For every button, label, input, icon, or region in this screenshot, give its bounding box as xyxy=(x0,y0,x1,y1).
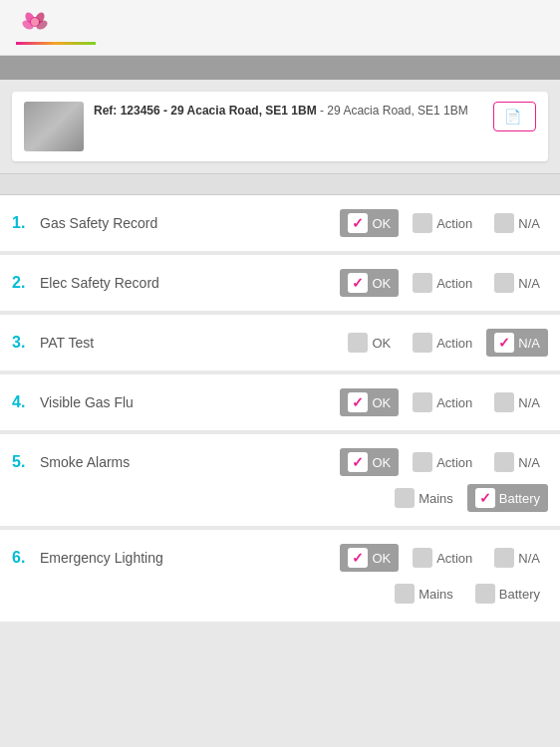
option-group: ✓OKActionN/A xyxy=(340,209,548,237)
option-btn-na[interactable]: N/A xyxy=(486,209,548,237)
option-btn-action[interactable]: Action xyxy=(405,448,480,476)
option-btn-action[interactable]: Action xyxy=(405,329,480,357)
sub-option-label-mains: Mains xyxy=(419,491,453,506)
sub-option-btn-mains[interactable]: Mains xyxy=(387,580,461,608)
option-btn-action[interactable]: Action xyxy=(405,544,480,572)
option-btn-ok[interactable]: ✓OK xyxy=(340,209,399,237)
item-label: Elec Safety Record xyxy=(40,275,340,291)
option-label-action: Action xyxy=(436,216,472,231)
checkbox-na xyxy=(494,548,514,568)
option-label-action: Action xyxy=(436,276,472,291)
app-header xyxy=(0,0,560,56)
report-icon: 📄 xyxy=(504,109,521,124)
option-label-action: Action xyxy=(436,395,472,410)
option-label-action: Action xyxy=(436,551,472,566)
option-label-ok: OK xyxy=(372,395,391,410)
option-label-ok: OK xyxy=(372,276,391,291)
option-label-ok: OK xyxy=(372,336,391,351)
checklist-item: 2.Elec Safety Record✓OKActionN/A xyxy=(0,255,560,311)
checkmark-icon: ✓ xyxy=(352,275,364,291)
sub-option-btn-battery[interactable]: Battery xyxy=(467,580,548,608)
checkmark-icon: ✓ xyxy=(352,550,364,566)
option-btn-na[interactable]: ✓N/A xyxy=(486,329,548,357)
option-btn-action[interactable]: Action xyxy=(405,209,480,237)
sub-options-row: Mains✓Battery xyxy=(12,484,548,512)
last-report-button[interactable]: 📄 xyxy=(493,102,536,131)
option-btn-ok[interactable]: ✓OK xyxy=(340,448,399,476)
option-label-na: N/A xyxy=(518,395,540,410)
option-label-na: N/A xyxy=(518,216,540,231)
option-btn-na[interactable]: N/A xyxy=(486,544,548,572)
sub-checkbox-battery: ✓ xyxy=(475,488,495,508)
checkbox-action xyxy=(413,273,432,293)
item-number: 2. xyxy=(12,274,40,292)
option-btn-na[interactable]: N/A xyxy=(486,448,548,476)
option-btn-action[interactable]: Action xyxy=(405,269,480,297)
checkbox-action xyxy=(413,548,432,568)
checkbox-action xyxy=(413,452,432,472)
item-label: Emergency Lighting xyxy=(40,550,340,566)
item-number: 1. xyxy=(12,214,40,232)
option-group: ✓OKActionN/A xyxy=(340,269,548,297)
sub-checkbox-mains xyxy=(395,488,415,508)
sub-option-label-battery: Battery xyxy=(499,587,540,602)
checklist-container: 1.Gas Safety Record✓OKActionN/A2.Elec Sa… xyxy=(0,195,560,622)
option-btn-na[interactable]: N/A xyxy=(486,388,548,416)
breadcrumb xyxy=(0,56,560,80)
section-title xyxy=(0,173,560,195)
property-thumbnail xyxy=(24,102,84,151)
option-label-na: N/A xyxy=(518,455,540,470)
logo-area xyxy=(16,10,96,45)
item-label: Smoke Alarms xyxy=(40,454,340,470)
sub-option-label-mains: Mains xyxy=(419,587,453,602)
checkmark-icon: ✓ xyxy=(498,335,510,351)
checkbox-ok: ✓ xyxy=(348,392,368,412)
option-btn-ok[interactable]: OK xyxy=(340,329,399,357)
checkbox-na xyxy=(494,213,514,233)
checklist-item: 1.Gas Safety Record✓OKActionN/A xyxy=(0,195,560,251)
sub-option-btn-mains[interactable]: Mains xyxy=(387,484,461,512)
logo-underline xyxy=(16,42,96,45)
option-label-action: Action xyxy=(436,455,472,470)
item-number: 3. xyxy=(12,334,40,352)
checkmark-icon: ✓ xyxy=(352,394,364,410)
option-label-na: N/A xyxy=(518,276,540,291)
item-label: PAT Test xyxy=(40,335,340,351)
checkmark-icon: ✓ xyxy=(352,454,364,470)
checkbox-na: ✓ xyxy=(494,333,514,353)
checkbox-ok: ✓ xyxy=(348,273,368,293)
logo-flower-icon xyxy=(20,10,50,40)
option-btn-ok[interactable]: ✓OK xyxy=(340,269,399,297)
option-label-na: N/A xyxy=(518,551,540,566)
checkbox-action xyxy=(413,333,432,353)
item-label: Visible Gas Flu xyxy=(40,394,340,410)
checklist-item: 5.Smoke Alarms✓OKActionN/AMains✓Battery xyxy=(0,434,560,526)
header-right xyxy=(532,25,544,31)
checkmark-icon: ✓ xyxy=(352,215,364,231)
checkbox-ok xyxy=(348,333,368,353)
property-ref: Ref: 123456 - 29 Acacia Road, SE1 1BM xyxy=(94,104,317,118)
property-card: Ref: 123456 - 29 Acacia Road, SE1 1BM - … xyxy=(12,92,548,161)
option-btn-na[interactable]: N/A xyxy=(486,269,548,297)
option-group: ✓OKActionN/A xyxy=(340,544,548,572)
sub-option-label-battery: Battery xyxy=(499,491,540,506)
option-btn-ok[interactable]: ✓OK xyxy=(340,388,399,416)
checkbox-na xyxy=(494,452,514,472)
item-number: 4. xyxy=(12,393,40,411)
sub-options-row: MainsBattery xyxy=(12,580,548,608)
item-number: 5. xyxy=(12,453,40,471)
option-label-na: N/A xyxy=(518,336,540,351)
item-number: 6. xyxy=(12,549,40,567)
property-info: Ref: 123456 - 29 Acacia Road, SE1 1BM - … xyxy=(94,102,468,120)
sub-option-btn-battery[interactable]: ✓Battery xyxy=(467,484,548,512)
checkbox-action xyxy=(413,392,432,412)
checkbox-na xyxy=(494,273,514,293)
option-group: OKAction✓N/A xyxy=(340,329,548,357)
checklist-item: 4.Visible Gas Flu✓OKActionN/A xyxy=(0,374,560,430)
item-label: Gas Safety Record xyxy=(40,215,340,231)
option-label-action: Action xyxy=(436,336,472,351)
option-label-ok: OK xyxy=(372,551,391,566)
option-btn-action[interactable]: Action xyxy=(405,388,480,416)
sub-checkbox-mains xyxy=(395,584,415,604)
option-btn-ok[interactable]: ✓OK xyxy=(340,544,399,572)
